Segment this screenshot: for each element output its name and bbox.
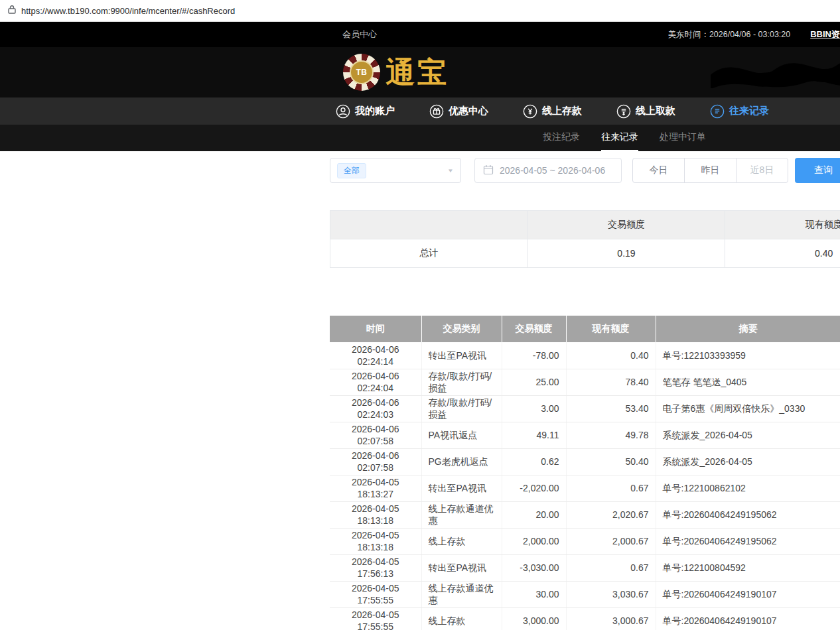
- tab-cash-records[interactable]: 往来记录: [601, 125, 638, 151]
- table-cell: -78.00: [502, 342, 566, 369]
- table-cell: 单号:202604064249190107: [656, 607, 840, 630]
- table-cell: 25.00: [502, 369, 566, 395]
- table-cell: 线上存款通道优惠: [421, 501, 502, 528]
- record-icon: [710, 104, 725, 119]
- tab-label: 处理中订单: [660, 131, 706, 143]
- table-row: 2026-04-05 17:55:55线上存款3,000.003,000.67单…: [330, 607, 840, 630]
- site-logo[interactable]: TB 通宝: [343, 53, 449, 92]
- table-cell: -3,030.00: [502, 554, 566, 581]
- table-cell: 2026-04-06 02:24:04: [330, 369, 421, 395]
- search-button[interactable]: 查询: [795, 158, 840, 183]
- category-selected-tag[interactable]: 全部: [337, 163, 366, 178]
- site-header: TB 通宝: [0, 47, 840, 97]
- table-cell: 2,000.00: [502, 528, 566, 554]
- table-cell: 单号:202604064249195062: [656, 501, 840, 528]
- tab-bet-records[interactable]: 投注纪录: [543, 125, 580, 151]
- nav-item-cash-record[interactable]: 往来记录: [710, 104, 769, 119]
- table-cell: 2,020.67: [566, 501, 656, 528]
- table-cell: 2026-04-06 02:24:03: [330, 395, 421, 422]
- nav-item-label: 线上取款: [636, 105, 675, 117]
- bbin-link[interactable]: BBIN资: [810, 29, 840, 40]
- col-header-memo: 摘要: [656, 316, 840, 342]
- table-cell: 78.40: [566, 369, 656, 395]
- table-row: 2026-04-05 17:56:13转出至PA视讯-3,030.000.67单…: [330, 554, 840, 581]
- table-cell: -2,020.00: [502, 475, 566, 501]
- table-cell: 转出至PA视讯: [421, 554, 502, 581]
- gift-icon: [429, 104, 444, 119]
- transactions-header-row: 时间 交易类别 交易额度 现有额度 摘要: [330, 316, 840, 342]
- logo-text: 通宝: [385, 53, 449, 92]
- chip-tb-text: TB: [356, 68, 368, 77]
- table-cell: 2026-04-05 18:13:18: [330, 528, 421, 554]
- date-range-input[interactable]: 2026-04-05 ~ 2026-04-06: [474, 158, 622, 183]
- col-header-amount: 交易额度: [502, 316, 566, 342]
- nav-item-my-account[interactable]: 我的账户: [336, 104, 395, 119]
- table-cell: 系统派发_2026-04-05: [656, 422, 840, 448]
- poker-chip-icon: TB: [343, 54, 380, 91]
- nav-item-label: 我的账户: [355, 105, 395, 117]
- table-cell: 3,000.67: [566, 607, 656, 630]
- eastern-time-label: 美东时间：2026/04/06 - 03:03:20: [667, 29, 790, 40]
- quick-range-group: 今日 昨日 近8日: [632, 158, 788, 183]
- table-cell: 2,000.67: [566, 528, 656, 554]
- main-nav: 我的账户 优惠中心 线上存款 线上取款: [0, 97, 840, 125]
- tab-label: 投注纪录: [543, 131, 580, 143]
- table-row: 2026-04-05 18:13:18线上存款通道优惠20.002,020.67…: [330, 501, 840, 528]
- table-cell: 3.00: [502, 395, 566, 422]
- table-row: 2026-04-06 02:07:58PG老虎机返点0.6250.40系统派发_…: [330, 448, 840, 475]
- summary-header-trade: 交易额度: [527, 211, 725, 239]
- table-cell: 50.40: [566, 448, 656, 475]
- table-cell: 2026-04-06 02:07:58: [330, 422, 421, 448]
- table-row: 2026-04-06 02:24:14转出至PA视讯-78.000.40单号:1…: [330, 342, 840, 369]
- table-cell: 单号:122100862102: [656, 475, 840, 501]
- table-cell: 0.67: [566, 475, 656, 501]
- today-button[interactable]: 今日: [632, 158, 685, 183]
- table-cell: 电子第6惠《周周双倍快乐》_0330: [656, 395, 840, 422]
- table-cell: 线上存款通道优惠: [421, 581, 502, 607]
- nav-item-deposit[interactable]: 线上存款: [523, 104, 582, 119]
- table-cell: 系统派发_2026-04-05: [656, 448, 840, 475]
- nav-item-promotions[interactable]: 优惠中心: [429, 104, 488, 119]
- table-cell: 49.78: [566, 422, 656, 448]
- summary-total-label: 总计: [330, 239, 528, 268]
- table-cell: 存款/取款/打码/损益: [421, 369, 502, 395]
- date-range-value: 2026-04-05 ~ 2026-04-06: [500, 165, 605, 176]
- browser-address-bar[interactable]: https://www.tb190.com:9900/infe/mcenter/…: [0, 0, 840, 22]
- table-cell: 单号:202604064249190107: [656, 581, 840, 607]
- table-cell: 2026-04-05 17:55:55: [330, 581, 421, 607]
- table-cell: 线上存款: [421, 528, 502, 554]
- table-cell: 单号:202604064249195062: [656, 528, 840, 554]
- table-cell: 存款/取款/打码/损益: [421, 395, 502, 422]
- nav-item-withdraw[interactable]: 线上取款: [616, 104, 675, 119]
- table-row: 2026-04-05 17:55:55线上存款通道优惠30.003,030.67…: [330, 581, 840, 607]
- lock-icon: [8, 5, 16, 17]
- table-cell: 2026-04-05 17:56:13: [330, 554, 421, 581]
- table-cell: 0.40: [566, 342, 656, 369]
- last-8-days-button[interactable]: 近8日: [736, 158, 788, 183]
- calendar-icon: [483, 164, 494, 177]
- table-cell: 3,000.00: [502, 607, 566, 630]
- table-row: 2026-04-05 18:13:27转出至PA视讯-2,020.000.67单…: [330, 475, 840, 501]
- transactions-table: 时间 交易类别 交易额度 现有额度 摘要 2026-04-06 02:24:14…: [330, 316, 840, 630]
- table-cell: 笔笔存 笔笔送_0405: [656, 369, 840, 395]
- table-cell: 单号:122103393959: [656, 342, 840, 369]
- col-header-time: 时间: [330, 316, 421, 342]
- table-row: 2026-04-06 02:07:58PA视讯返点49.1149.78系统派发_…: [330, 422, 840, 448]
- table-cell: 转出至PA视讯: [421, 342, 502, 369]
- table-cell: 2026-04-06 02:07:58: [330, 448, 421, 475]
- table-cell: 49.11: [502, 422, 566, 448]
- table-cell: 2026-04-06 02:24:14: [330, 342, 421, 369]
- tab-pending-orders[interactable]: 处理中订单: [660, 125, 706, 151]
- sub-nav: 投注纪录 往来记录 处理中订单: [0, 125, 840, 151]
- summary-header-balance: 现有额度: [725, 211, 840, 239]
- yesterday-button[interactable]: 昨日: [684, 158, 736, 183]
- table-cell: 2026-04-05 18:13:27: [330, 475, 421, 501]
- category-select[interactable]: 全部 ▼: [330, 158, 461, 183]
- summary-trade-total: 0.19: [527, 239, 725, 268]
- table-cell: PG老虎机返点: [421, 448, 502, 475]
- table-cell: 线上存款: [421, 607, 502, 630]
- filter-bar: 全部 ▼ 2026-04-05 ~ 2026-04-06 今日 昨日 近8日 查…: [330, 158, 840, 183]
- table-cell: 20.00: [502, 501, 566, 528]
- main-content: 全部 ▼ 2026-04-05 ~ 2026-04-06 今日 昨日 近8日 查…: [0, 151, 840, 630]
- url-text: https://www.tb190.com:9900/infe/mcenter/…: [21, 6, 235, 16]
